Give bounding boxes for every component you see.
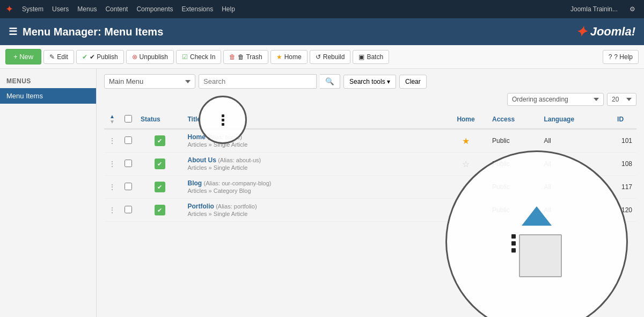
drag-handle-icon[interactable]: ⋮ — [108, 160, 115, 168]
help-button[interactable]: ? ? Help — [603, 50, 639, 64]
batch-label: Batch — [367, 53, 383, 61]
trash-button[interactable]: 🗑 🗑 Trash — [223, 50, 268, 64]
rebuild-icon: ↺ — [316, 53, 321, 61]
unpublish-icon: ⊗ — [132, 53, 137, 61]
drag-dots — [511, 234, 516, 277]
drag-handle-icon[interactable]: ⋮ — [108, 206, 115, 214]
sort-order-icons[interactable]: ▲ ▼ — [108, 114, 116, 125]
per-page-select[interactable]: 20 — [607, 93, 636, 106]
home-star-filled-icon[interactable]: ★ — [462, 136, 470, 146]
search-icon: 🔍 — [325, 77, 334, 85]
edit-label: Edit — [57, 53, 68, 61]
table-row: ⋮ ✔ About Us (Alias: about-us) Articles … — [104, 153, 636, 176]
settings-icon[interactable]: ⚙ — [626, 3, 639, 15]
clear-label: Clear — [405, 78, 421, 85]
language-cell: All — [539, 153, 604, 176]
home-label: Home — [284, 53, 302, 61]
row-checkbox[interactable] — [125, 136, 132, 144]
access-cell: Public — [488, 129, 539, 153]
id-cell: 108 — [604, 153, 636, 176]
item-title-link[interactable]: About Us — [188, 156, 216, 164]
joomla-logo-text: Joomla! — [590, 25, 635, 39]
publish-icon: ✔ — [82, 53, 87, 61]
search-tools-button[interactable]: Search tools ▾ — [343, 75, 396, 89]
batch-button[interactable]: ▣ Batch — [353, 50, 389, 64]
row-checkbox[interactable] — [125, 206, 132, 213]
drag-handle-icon[interactable]: ⋮ — [108, 136, 115, 145]
select-all-checkbox[interactable] — [125, 115, 132, 123]
drag-square-icon — [519, 234, 562, 277]
ordering-select[interactable]: Ordering ascending — [507, 93, 604, 106]
sort-down-icon: ▼ — [109, 119, 115, 125]
top-navbar: ✦ System Users Menus Content Components … — [0, 0, 644, 18]
search-tools-label: Search tools ▾ — [349, 78, 390, 85]
home-button[interactable]: ★ Home — [270, 50, 308, 64]
sidebar-heading: Menus — [0, 74, 96, 88]
col-language: Language — [539, 110, 604, 129]
checkin-button[interactable]: ☑ Check In — [176, 50, 221, 64]
sidebar-toggle-icon[interactable]: ☰ — [9, 26, 17, 38]
nav-help[interactable]: Help — [218, 3, 238, 15]
joomla-brand-icon[interactable]: ✦ — [5, 3, 13, 15]
toolbar: + New ✎ Edit ✔ ✔ Publish ⊗ Unpublish ☑ C… — [0, 45, 644, 69]
item-subtitle: Articles » Category Blog — [188, 188, 251, 194]
batch-icon: ▣ — [358, 53, 364, 61]
access-cell: Public — [488, 153, 539, 176]
item-subtitle: Articles » Single Article — [188, 164, 248, 171]
content-area: Menus Menu Items Main Menu 🔍 Search tool… — [0, 69, 644, 317]
col-access[interactable]: Access — [488, 110, 539, 129]
nav-menus[interactable]: Menus — [74, 3, 100, 15]
row-checkbox[interactable] — [125, 183, 132, 190]
header-title-group: ☰ Menu Manager: Menu Items — [9, 26, 163, 38]
id-cell: 120 — [604, 199, 636, 222]
rebuild-button[interactable]: ↺ Rebuild — [310, 50, 351, 64]
status-published-icon[interactable]: ✔ — [155, 205, 165, 215]
language-cell: All — [539, 199, 604, 222]
nav-components[interactable]: Components — [133, 3, 176, 15]
clear-button[interactable]: Clear — [399, 75, 427, 89]
row-checkbox[interactable] — [125, 160, 132, 167]
home-star-empty-icon[interactable]: ☆ — [462, 160, 470, 169]
nav-users[interactable]: Users — [49, 3, 72, 15]
item-alias: (Alias: about-us) — [218, 157, 261, 163]
publish-button[interactable]: ✔ ✔ Publish — [76, 50, 124, 64]
joomla-logo-icon: ✦ — [575, 24, 587, 40]
edit-button[interactable]: ✎ Edit — [43, 50, 74, 64]
filter-row2: Ordering ascending 20 — [104, 93, 636, 106]
col-id: ID — [604, 110, 636, 129]
new-button[interactable]: + New — [5, 49, 41, 64]
status-published-icon[interactable]: ✔ — [155, 182, 165, 192]
joomla-logo: ✦ Joomla! — [575, 24, 635, 40]
items-table: ▲ ▼ Status Title Home Access Language ID — [104, 110, 636, 222]
drag-indicator — [511, 234, 562, 277]
access-cell: Public — [488, 176, 539, 199]
item-title-link[interactable]: Blog — [188, 179, 202, 187]
nav-extensions[interactable]: Extensions — [178, 3, 216, 15]
help-icon: ? — [609, 53, 612, 61]
home-star-empty-icon[interactable]: ☆ — [462, 183, 470, 192]
unpublish-button[interactable]: ⊗ Unpublish — [126, 50, 174, 64]
trash-icon: 🗑 — [229, 53, 236, 61]
status-published-icon[interactable]: ✔ — [155, 135, 165, 146]
nav-system[interactable]: System — [19, 3, 47, 15]
item-title-link[interactable]: Portfolio — [188, 203, 214, 210]
search-button[interactable]: 🔍 — [320, 74, 340, 89]
header-bar: ☰ Menu Manager: Menu Items ✦ Joomla! — [0, 18, 644, 45]
checkin-label: Check In — [190, 53, 215, 61]
access-cell: Public — [488, 199, 539, 222]
col-title[interactable]: Title — [184, 110, 337, 129]
edit-icon: ✎ — [49, 53, 55, 61]
nav-content[interactable]: Content — [102, 3, 131, 15]
table-row: ⋮ ✔ Portfolio (Alias: portfolio) Article… — [104, 199, 636, 222]
status-published-icon[interactable]: ✔ — [155, 158, 165, 169]
home-star-empty-icon[interactable]: ☆ — [462, 206, 470, 215]
drag-handle-icon[interactable]: ⋮ — [108, 183, 115, 191]
search-input[interactable] — [199, 74, 317, 89]
help-label: ? Help — [614, 53, 633, 61]
rebuild-label: Rebuild — [323, 53, 345, 61]
item-subtitle: Articles » Single Article — [188, 211, 248, 217]
user-account[interactable]: Joomla Trainin... — [567, 3, 621, 15]
menu-select[interactable]: Main Menu — [104, 74, 195, 89]
sidebar-item-menu-items[interactable]: Menu Items — [0, 88, 96, 104]
item-title-link[interactable]: Home — [188, 133, 206, 141]
